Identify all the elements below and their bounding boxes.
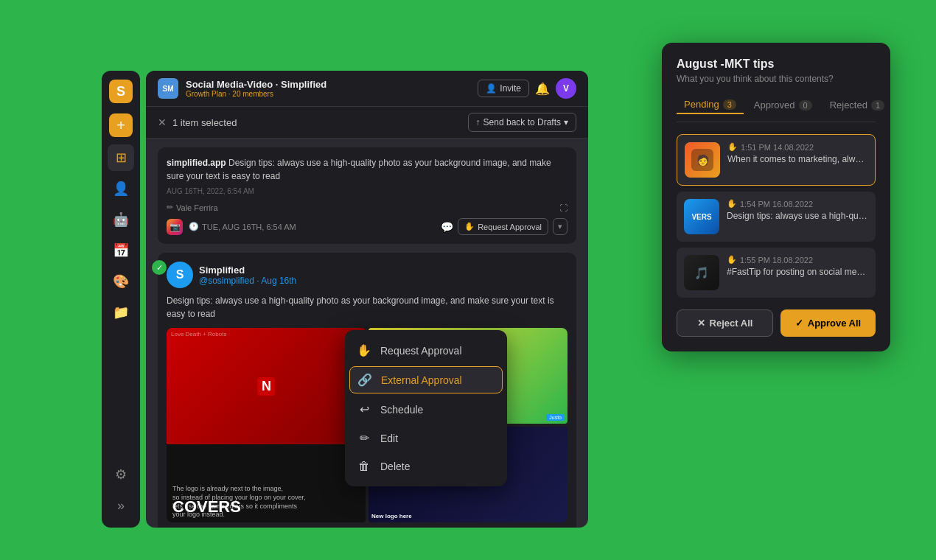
selection-bar: ✕ 1 item selected ↑ Send back to Drafts … — [146, 107, 588, 139]
tweet-avatar: S — [167, 262, 193, 288]
approval-item-3-body: ✋ 1:55 PM 18.08.2022 #FastTip for postin… — [727, 255, 868, 277]
panel-header: SM Social Media-Video · Simplified Growt… — [146, 71, 588, 107]
workspace-info: Social Media-Video · Simplified Growth P… — [186, 79, 470, 98]
tweet-handle: @sosimplified · Aug 16th — [199, 276, 296, 286]
sidebar-item-folder[interactable]: 📁 — [108, 299, 134, 326]
close-icon[interactable]: ✕ — [158, 116, 167, 128]
approval-item-2-text: Design tips: always use a high-quality p… — [727, 211, 868, 221]
send-drafts-button[interactable]: ↑ Send back to Drafts ▾ — [468, 113, 576, 132]
person-icon: 👤 — [486, 83, 497, 94]
hand-icon-menu: ✋ — [357, 343, 371, 357]
bell-icon[interactable]: 🔔 — [535, 82, 550, 96]
link-icon: 🔗 — [357, 373, 372, 387]
user-avatar[interactable]: V — [556, 78, 576, 99]
comment-icon[interactable]: 💬 — [441, 221, 453, 233]
tweet-header: S Simplified @sosimplified · Aug 16th — [167, 262, 567, 288]
post1-dropdown[interactable]: ▾ — [553, 218, 567, 235]
tweet-image-left: N Love Death + Robots COVERS The logo is… — [167, 328, 366, 522]
post1-app: simplified.app — [167, 158, 226, 168]
sidebar-item-robot[interactable]: 🤖 — [108, 206, 134, 233]
tweet-body: Design tips: always use a high-quality p… — [167, 294, 567, 321]
chevron-down-icon: ▾ — [564, 117, 568, 127]
approval-tabs: Pending 3 Approved 0 Rejected 1 — [677, 96, 876, 122]
settings-icon[interactable]: ⚙ — [108, 461, 134, 488]
header-actions: 👤 Invite 🔔 V — [478, 78, 576, 99]
post1-time: 🕐 TUE, AUG 16TH, 6:54 AM — [189, 222, 435, 231]
workspace-name: Social Media-Video · Simplified — [186, 79, 470, 90]
post-card-1: simplified.app Design tips: always use a… — [158, 147, 576, 244]
sidebar-item-calendar[interactable]: 📅 — [108, 237, 134, 264]
hand-icon-ap3: ✋ — [727, 255, 737, 265]
expand-post-icon[interactable]: ⛶ — [559, 203, 567, 212]
reject-all-button[interactable]: ✕ Reject All — [677, 309, 773, 337]
edit-icon: ✏ — [357, 431, 371, 445]
expand-icon[interactable]: » — [108, 492, 134, 519]
approval-item-2[interactable]: VERS ✋ 1:54 PM 16.08.2022 Design tips: a… — [677, 192, 876, 242]
invite-button[interactable]: 👤 Invite — [478, 80, 529, 97]
clock-icon: 🕐 — [189, 222, 199, 231]
approval-item-3-text: #FastTip for posting on social media: al… — [727, 267, 868, 277]
tab-approved[interactable]: Approved 0 — [747, 96, 820, 114]
x-icon: ✕ — [697, 318, 705, 329]
tweet-user-info: Simplified @sosimplified · Aug 16th — [199, 265, 296, 286]
approval-thumb-2: VERS — [684, 199, 719, 234]
approved-count: 0 — [799, 100, 812, 111]
tab-pending[interactable]: Pending 3 — [677, 96, 744, 114]
sidebar-item-grid[interactable]: ⊞ — [108, 144, 134, 171]
approval-item-2-time: ✋ 1:54 PM 16.08.2022 — [727, 199, 868, 209]
pending-count: 3 — [723, 99, 736, 110]
check-circle-icon: ✓ — [152, 260, 167, 275]
hand-icon-ap1: ✋ — [727, 142, 738, 152]
workspace-sub: Growth Plan · 20 members — [186, 90, 470, 98]
approval-item-3[interactable]: 🎵 ✋ 1:55 PM 18.08.2022 #FastTip for post… — [677, 248, 876, 298]
pencil-icon: ✏ — [167, 203, 173, 212]
post1-actions: 💬 ✋ Request Approval ▾ — [441, 218, 567, 235]
workspace-avatar: SM — [158, 78, 178, 99]
context-menu: ✋ Request Approval 🔗 External Approval ↩… — [345, 330, 507, 486]
schedule-icon: ↩ — [357, 402, 371, 416]
approval-item-1-body: ✋ 1:51 PM 14.08.2022 When it comes to ma… — [727, 142, 867, 164]
post1-footer: 📷 🕐 TUE, AUG 16TH, 6:54 AM 💬 ✋ Request A… — [167, 218, 567, 235]
menu-item-delete[interactable]: 🗑 Delete — [345, 452, 507, 480]
menu-item-request-approval[interactable]: ✋ Request Approval — [345, 336, 507, 365]
approval-item-1[interactable]: 🧑 ✋ 1:51 PM 14.08.2022 When it comes to … — [677, 134, 876, 186]
rejected-count: 1 — [871, 100, 884, 111]
sidebar: S + ⊞ 👤 🤖 📅 🎨 📁 ⚙ » — [102, 71, 140, 528]
approval-thumb-3: 🎵 — [684, 255, 719, 290]
instagram-icon: 📷 — [167, 219, 183, 235]
approval-thumb-1: 🧑 — [685, 142, 720, 178]
covers-subtext: The logo is already next to the image,so… — [172, 485, 306, 519]
sidebar-item-palette[interactable]: 🎨 — [108, 268, 134, 295]
send-icon: ↑ — [476, 117, 481, 127]
post1-date: AUG 16TH, 2022, 6:54 AM — [167, 187, 567, 195]
sidebar-item-users[interactable]: 👤 — [108, 175, 134, 202]
approval-item-3-time: ✋ 1:55 PM 18.08.2022 — [727, 255, 868, 265]
approval-item-2-body: ✋ 1:54 PM 16.08.2022 Design tips: always… — [727, 199, 868, 221]
post1-author: ✏ Vale Ferrira ⛶ — [167, 203, 567, 212]
menu-item-external-approval[interactable]: 🔗 External Approval — [349, 366, 503, 393]
selection-count: 1 item selected — [172, 117, 462, 128]
delete-icon: 🗑 — [357, 460, 371, 473]
menu-item-schedule[interactable]: ↩ Schedule — [345, 395, 507, 424]
approval-item-1-text: When it comes to marketing, always think… — [727, 154, 867, 164]
approval-actions: ✕ Reject All ✓ Approve All — [677, 309, 876, 337]
approval-item-1-time: ✋ 1:51 PM 14.08.2022 — [727, 142, 867, 152]
sidebar-logo: S — [109, 80, 133, 103]
approval-panel: August -MKT tips What you you think abou… — [662, 43, 890, 351]
menu-item-edit[interactable]: ✏ Edit — [345, 424, 507, 452]
hand-icon: ✋ — [464, 222, 475, 231]
hand-icon-ap2: ✋ — [727, 199, 737, 209]
request-approval-button-1[interactable]: ✋ Request Approval — [458, 218, 548, 235]
approval-subtitle: What you you think about this contents? — [677, 74, 876, 84]
tweet-name: Simplified — [199, 265, 296, 276]
tab-rejected[interactable]: Rejected 1 — [823, 96, 892, 114]
check-icon: ✓ — [795, 318, 803, 329]
approval-title: August -MKT tips — [677, 57, 876, 71]
post1-text: simplified.app Design tips: always use a… — [167, 156, 567, 183]
add-button[interactable]: + — [109, 113, 133, 137]
approve-all-button[interactable]: ✓ Approve All — [780, 309, 876, 337]
